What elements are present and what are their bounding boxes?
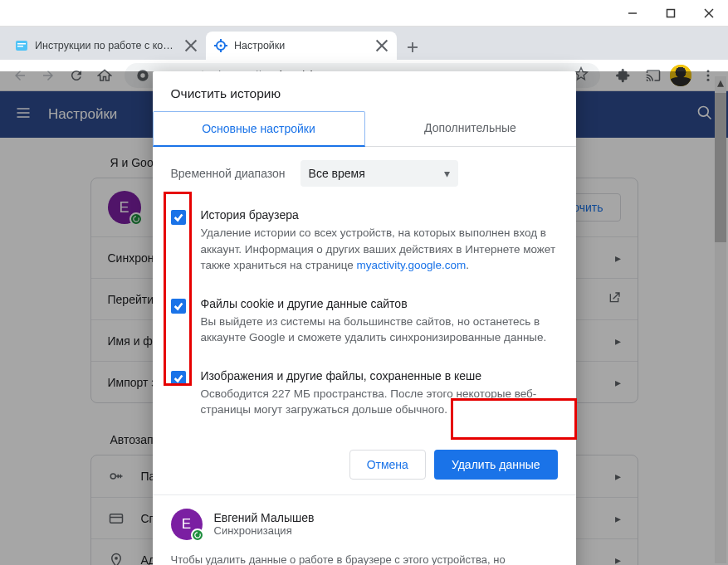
- window-maximize-button[interactable]: [652, 0, 690, 27]
- myactivity-link[interactable]: myactivity.google.com: [357, 259, 467, 271]
- tab-strip: Инструкции по работе с компью Настройки: [0, 27, 728, 60]
- history-check-item: История браузера Удаление истории со все…: [171, 200, 558, 289]
- time-range-row: Временной диапазон Все время ▾: [153, 147, 576, 200]
- cookies-checkbox[interactable]: [171, 299, 186, 314]
- cache-desc: Освободится 227 МБ пространства. После э…: [201, 386, 558, 418]
- svg-point-10: [220, 45, 222, 47]
- cookies-desc: Вы выйдете из системы на большинстве сай…: [201, 314, 558, 346]
- history-desc: Удаление истории со всех устройств, на к…: [201, 225, 558, 274]
- window-titlebar: [0, 0, 728, 27]
- settings-favicon-icon: [214, 39, 227, 52]
- browser-tab-1[interactable]: Настройки: [206, 32, 397, 60]
- time-range-select[interactable]: Все время ▾: [300, 160, 458, 187]
- history-title: История браузера: [201, 208, 558, 222]
- tab-close-icon[interactable]: [184, 39, 198, 52]
- cache-title: Изображения и другие файлы, сохраненные …: [201, 369, 558, 382]
- checkbox-list: История браузера Удаление истории со все…: [153, 200, 576, 438]
- footer-profile: Е Евгений Малышев Синхронизация: [171, 509, 558, 540]
- dialog-actions: Отмена Удалить данные: [153, 438, 576, 494]
- footer-note: Чтобы удалить данные о работе в браузере…: [171, 552, 558, 565]
- favicon-icon: [15, 39, 28, 52]
- tab-title: Инструкции по работе с компью: [35, 40, 178, 51]
- tab-title: Настройки: [234, 40, 369, 51]
- dialog-title: Очистить историю: [153, 71, 576, 111]
- clear-data-button[interactable]: Удалить данные: [434, 450, 558, 480]
- browser-tab-0[interactable]: Инструкции по работе с компью: [7, 32, 206, 60]
- caret-down-icon: ▾: [444, 167, 450, 180]
- clear-browsing-data-dialog: Очистить историю Основные настройки Допо…: [153, 71, 576, 565]
- dialog-tab-strip: Основные настройки Дополнительные: [153, 111, 576, 147]
- window-minimize-button[interactable]: [613, 0, 652, 27]
- footer-profile-sub: Синхронизация: [214, 524, 315, 537]
- cache-check-item: Изображения и другие файлы, сохраненные …: [171, 361, 558, 433]
- sync-badge-icon: [191, 528, 204, 542]
- window-close-button[interactable]: [690, 0, 728, 27]
- svg-rect-6: [17, 46, 23, 47]
- tab-close-icon[interactable]: [375, 39, 388, 52]
- dialog-footer: Е Евгений Малышев Синхронизация Чтобы уд…: [153, 494, 576, 565]
- cookies-check-item: Файлы cookie и другие данные сайтов Вы в…: [171, 289, 558, 361]
- cookies-title: Файлы cookie и другие данные сайтов: [201, 297, 558, 310]
- svg-rect-5: [17, 43, 26, 45]
- time-range-label: Временной диапазон: [171, 167, 286, 180]
- cache-checkbox[interactable]: [171, 371, 186, 386]
- svg-rect-1: [667, 9, 675, 17]
- tab-advanced[interactable]: Дополнительные: [365, 111, 576, 146]
- footer-profile-name: Евгений Малышев: [214, 511, 315, 524]
- tab-basic[interactable]: Основные настройки: [153, 111, 365, 147]
- footer-avatar: Е: [171, 509, 203, 540]
- new-tab-button[interactable]: [400, 35, 425, 60]
- time-range-value: Все время: [309, 167, 365, 180]
- history-checkbox[interactable]: [171, 210, 186, 225]
- cancel-button[interactable]: Отмена: [349, 450, 426, 480]
